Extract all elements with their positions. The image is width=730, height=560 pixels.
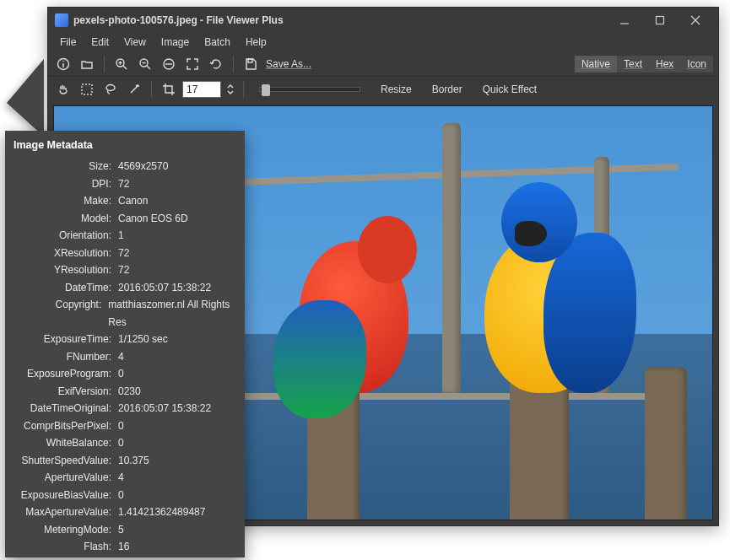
- crop-value-input[interactable]: [182, 81, 221, 98]
- hand-icon: [57, 83, 70, 96]
- metadata-key: ExposureTime:: [14, 331, 118, 348]
- fullscreen-button[interactable]: [182, 54, 203, 74]
- metadata-key: Model:: [14, 210, 118, 228]
- metadata-key: Flash:: [14, 538, 118, 556]
- metadata-value: Canon: [118, 192, 148, 210]
- metadata-row: ShutterSpeedValue:10.375: [14, 452, 236, 470]
- svg-line-8: [123, 66, 127, 69]
- metadata-key: DateTimeOriginal:: [14, 400, 118, 417]
- metadata-row: Make:Canon: [14, 192, 236, 210]
- tab-text[interactable]: Text: [617, 56, 649, 73]
- tab-icon[interactable]: Icon: [680, 56, 713, 73]
- metadata-row: FNumber:4: [14, 348, 236, 366]
- marquee-icon: [80, 83, 94, 96]
- quick-effect-button[interactable]: Quick Effect: [474, 82, 545, 97]
- svg-line-19: [131, 86, 138, 93]
- metadata-value: 4569x2570: [118, 158, 168, 175]
- metadata-row: ExposureTime:1/1250 sec: [14, 331, 236, 348]
- marquee-button[interactable]: [77, 79, 97, 100]
- metadata-row: DateTime:2016:05:07 15:38:22: [14, 279, 236, 297]
- crop-button[interactable]: [159, 79, 179, 100]
- zoom-slider[interactable]: [259, 87, 360, 92]
- pan-button[interactable]: [53, 79, 73, 100]
- metadata-row: Size:4569x2570: [14, 158, 236, 175]
- metadata-row: MaxApertureValue:1.41421362489487: [14, 503, 236, 521]
- rotate-icon: [209, 57, 223, 71]
- info-icon: [57, 57, 70, 71]
- metadata-title: Image Metadata: [14, 139, 236, 151]
- main-toolbar: Save As... Native Text Hex Icon: [48, 51, 718, 77]
- metadata-row: ExposureProgram:0: [14, 365, 236, 383]
- zoom-out-button[interactable]: [135, 54, 155, 74]
- open-button[interactable]: [77, 54, 97, 74]
- parrot-red: [265, 207, 434, 418]
- menu-help[interactable]: Help: [239, 35, 273, 50]
- info-button[interactable]: [53, 54, 73, 74]
- metadata-key: Copyright:: [14, 296, 108, 331]
- menu-view[interactable]: View: [117, 35, 153, 50]
- svg-point-6: [62, 60, 64, 62]
- lasso-button[interactable]: [100, 79, 121, 100]
- metadata-value: 10.375: [118, 452, 149, 470]
- metadata-value: 4: [118, 348, 124, 366]
- menu-bar: File Edit View Image Batch Help: [48, 33, 718, 51]
- metadata-key: MaxApertureValue:: [14, 503, 118, 521]
- resize-button[interactable]: Resize: [372, 82, 420, 97]
- metadata-value: 16: [118, 538, 129, 556]
- wand-button[interactable]: [124, 79, 144, 100]
- wand-icon: [127, 83, 141, 96]
- toolbar-divider: [104, 56, 105, 73]
- metadata-row: FocalLength:50: [14, 556, 236, 558]
- svg-point-18: [106, 85, 115, 91]
- metadata-key: ExposureBiasValue:: [14, 487, 118, 504]
- title-appname: File Viewer Plus: [206, 14, 283, 26]
- metadata-value: 1.41421362489487: [118, 503, 205, 521]
- fit-icon: [162, 57, 176, 71]
- metadata-key: ShutterSpeedValue:: [14, 452, 118, 470]
- metadata-key: WhiteBalance:: [14, 434, 118, 452]
- crop-stepper[interactable]: [224, 79, 236, 100]
- svg-line-12: [147, 66, 150, 69]
- zoom-fit-button[interactable]: [159, 54, 179, 74]
- minimize-button[interactable]: [607, 11, 642, 30]
- metadata-row: Orientation:1: [14, 227, 236, 245]
- metadata-row: Flash:16: [14, 538, 236, 556]
- metadata-value: 5: [118, 521, 124, 539]
- metadata-row: ComprBitsPerPixel:0: [14, 417, 236, 435]
- zoom-slider-thumb[interactable]: [262, 84, 270, 96]
- metadata-key: XResolution:: [14, 245, 118, 262]
- save-as-button[interactable]: Save As...: [266, 58, 311, 70]
- metadata-key: MeteringMode:: [14, 521, 118, 539]
- metadata-row: ExifVersion:0230: [14, 383, 236, 401]
- title-filename: pexels-photo-100576.jpeg: [73, 14, 197, 26]
- rotate-button[interactable]: [206, 54, 226, 74]
- metadata-row: XResolution:72: [14, 245, 236, 262]
- zoom-in-button[interactable]: [111, 54, 132, 74]
- save-button[interactable]: [241, 54, 261, 74]
- maximize-button[interactable]: [642, 11, 678, 30]
- metadata-value: 4: [118, 469, 124, 487]
- menu-edit[interactable]: Edit: [84, 35, 116, 50]
- tab-hex[interactable]: Hex: [649, 56, 680, 73]
- menu-batch[interactable]: Batch: [197, 35, 237, 50]
- metadata-key: Make:: [14, 192, 118, 210]
- callout-pointer: [7, 59, 44, 137]
- title-bar: pexels-photo-100576.jpeg - File Viewer P…: [48, 8, 718, 33]
- app-icon: [55, 13, 68, 27]
- border-button[interactable]: Border: [424, 82, 471, 97]
- metadata-key: DPI:: [14, 175, 118, 193]
- menu-file[interactable]: File: [53, 35, 83, 50]
- close-button[interactable]: [678, 11, 713, 30]
- metadata-key: ApertureValue:: [14, 469, 118, 487]
- svg-rect-1: [657, 17, 664, 24]
- menu-image[interactable]: Image: [154, 35, 196, 50]
- view-mode-tabs: Native Text Hex Icon: [575, 56, 713, 73]
- svg-rect-17: [82, 84, 92, 94]
- metadata-key: ExifVersion:: [14, 383, 118, 401]
- wooden-post: [645, 368, 687, 520]
- crop-icon: [162, 83, 176, 96]
- toolbar-divider: [151, 81, 152, 98]
- metadata-value: 2016:05:07 15:38:22: [118, 279, 211, 297]
- metadata-value: 0: [118, 434, 124, 452]
- tab-native[interactable]: Native: [575, 56, 617, 73]
